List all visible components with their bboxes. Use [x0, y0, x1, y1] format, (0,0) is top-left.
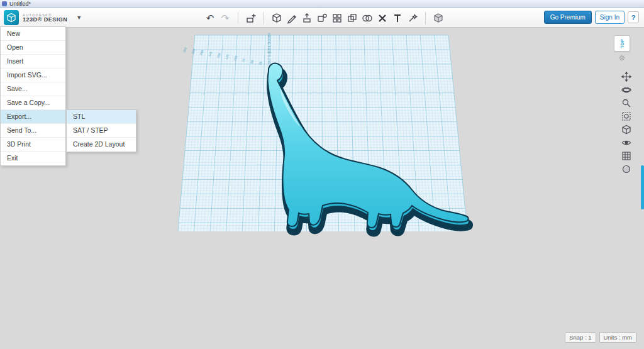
- orbit-icon[interactable]: [621, 84, 632, 96]
- navigation-toolbar: [620, 71, 633, 175]
- help-button[interactable]: ?: [628, 11, 639, 23]
- transform-icon[interactable]: [244, 11, 258, 25]
- snap-setting[interactable]: Snap : 1: [565, 332, 596, 343]
- grid-toggle-icon[interactable]: [621, 150, 632, 162]
- view-mode-icon[interactable]: [621, 124, 632, 135]
- brand-product: 123D® DESIGN: [23, 17, 67, 23]
- combine-icon[interactable]: [360, 11, 374, 25]
- title-bar: Untitled*: [0, 0, 644, 8]
- main-menu-chevron-icon[interactable]: ▼: [76, 14, 82, 21]
- sketch-icon[interactable]: [285, 11, 299, 25]
- units-setting[interactable]: Units : mm: [599, 332, 636, 343]
- menu-item-save[interactable]: Save...: [1, 82, 65, 96]
- app-logo-icon[interactable]: [4, 10, 19, 25]
- zoom-fit-icon[interactable]: [621, 111, 632, 122]
- material-icon[interactable]: [431, 11, 445, 25]
- scrollbar-thumb[interactable]: [641, 165, 644, 209]
- sign-in-button[interactable]: Sign In: [595, 11, 625, 24]
- zoom-icon[interactable]: [621, 97, 632, 109]
- svg-text:250: 250: [182, 47, 187, 53]
- viewport-3d[interactable]: 2502252001751501251007550252502252001751…: [0, 28, 644, 349]
- toolbar-separator: [264, 12, 264, 25]
- view-settings-gear-icon[interactable]: [619, 52, 625, 64]
- visibility-eye-icon[interactable]: [621, 137, 632, 148]
- grouping-icon[interactable]: [345, 11, 359, 25]
- svg-text:100: 100: [267, 51, 271, 57]
- submenu-item-stl[interactable]: STL: [67, 110, 136, 124]
- svg-text:75: 75: [267, 56, 271, 60]
- modify-icon[interactable]: [315, 11, 329, 25]
- view-cube[interactable]: TOP: [614, 35, 630, 52]
- menu-item-new[interactable]: New: [1, 27, 65, 41]
- submenu-item-sat-step[interactable]: SAT / STEP: [67, 124, 136, 138]
- pan-icon[interactable]: [621, 71, 632, 82]
- status-bar: Snap : 1 Units : mm: [565, 332, 636, 343]
- menu-item-export[interactable]: Export...: [1, 110, 65, 124]
- tweak-icon[interactable]: [406, 11, 419, 25]
- menu-item-save-a-copy[interactable]: Save a Copy...: [1, 96, 65, 110]
- redo-icon[interactable]: ↷: [218, 11, 232, 25]
- file-menu: New Open Insert Import SVG... Save... Sa…: [0, 26, 66, 166]
- menu-item-exit[interactable]: Exit: [1, 152, 65, 165]
- menu-item-import-svg[interactable]: Import SVG...: [1, 69, 65, 82]
- undo-icon[interactable]: ↶: [203, 11, 217, 25]
- go-premium-button[interactable]: Go Premium: [544, 11, 592, 24]
- export-submenu: STL SAT / STEP Create 2D Layout: [66, 109, 136, 152]
- pattern-icon[interactable]: [330, 11, 344, 25]
- window-title: Untitled*: [9, 1, 31, 7]
- text-icon[interactable]: [391, 11, 404, 25]
- svg-text:50: 50: [267, 58, 271, 62]
- toolbar-separator: [425, 12, 426, 25]
- construct-icon[interactable]: [300, 11, 314, 25]
- menu-item-send-to[interactable]: Send To...: [1, 124, 65, 138]
- menu-item-3d-print[interactable]: 3D Print: [1, 138, 65, 152]
- toolbar-separator: [238, 12, 238, 25]
- app-icon: [2, 1, 7, 6]
- delete-icon[interactable]: [375, 11, 389, 25]
- main-toolbar: AUTODESK® 123D® DESIGN ▼ ↶ ↷: [0, 8, 644, 28]
- app-brand: AUTODESK® 123D® DESIGN ▼: [4, 10, 82, 25]
- primitives-icon[interactable]: [270, 11, 284, 25]
- view-cube-label: TOP: [619, 39, 624, 48]
- menu-item-open[interactable]: Open: [1, 41, 65, 55]
- material-ball-icon[interactable]: [621, 163, 632, 175]
- submenu-item-create-2d-layout[interactable]: Create 2D Layout: [67, 138, 136, 152]
- menu-item-insert[interactable]: Insert: [1, 55, 65, 69]
